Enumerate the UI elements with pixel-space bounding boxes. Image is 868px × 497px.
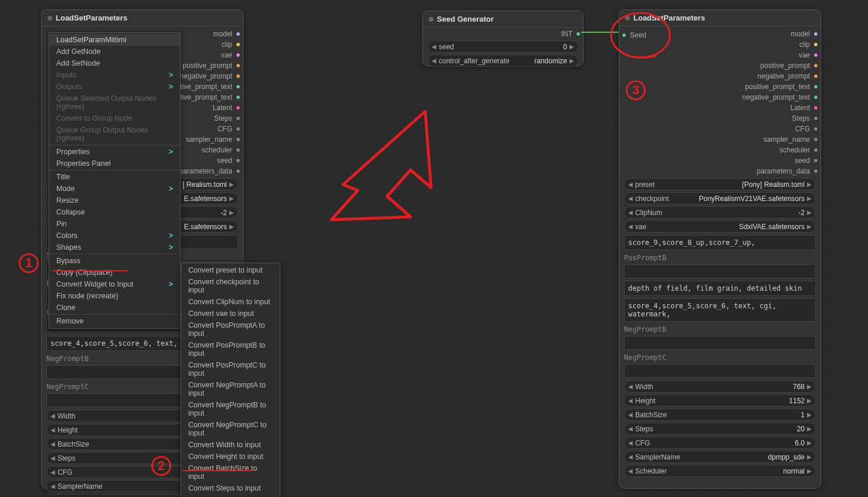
ctx-sub-convert-negpromta[interactable]: Convert NegPromptA to input [181,379,280,399]
chevron-right-icon[interactable]: ▶ [807,468,812,474]
ctx-item-title[interactable]: Title [49,171,180,183]
port-icon[interactable] [813,137,818,142]
ctx-item-bypass[interactable]: Bypass [49,255,180,267]
ctx-item-properties[interactable]: Properties> [49,146,180,158]
chevron-left-icon[interactable]: ◀ [50,441,55,447]
chevron-left-icon[interactable]: ◀ [432,57,436,64]
neg-a-text[interactable]: score_4,score_5,score_6, text, cgi, wate… [624,298,816,322]
widget-height[interactable]: ◀Height1152▶ [624,394,816,407]
port-icon[interactable] [236,32,240,36]
port-icon[interactable] [813,42,818,47]
output-scheduler[interactable]: scheduler [619,145,820,155]
ctx-item-queue-selected-output-nodes[interactable]: Queue Selected Output Nodes (rgthree) [49,93,180,113]
widget-seed[interactable]: ◀ seed 0 ▶ [428,40,578,53]
port-icon[interactable] [236,95,240,100]
port-icon[interactable] [813,84,818,89]
pos-b-text[interactable] [624,264,816,278]
output-negative-prompt-text[interactable]: negative_prompt_text [619,92,820,103]
widget-clipnum[interactable]: ◀ClipNum-2▶ [624,206,816,219]
chevron-right-icon[interactable]: ▶ [229,195,234,202]
chevron-right-icon[interactable]: ▶ [807,454,812,460]
chevron-right-icon[interactable]: ▶ [807,425,812,432]
chevron-left-icon[interactable]: ◀ [628,223,633,230]
neg-c-text[interactable] [624,364,816,378]
collapse-dot-icon[interactable] [48,16,52,21]
chevron-left-icon[interactable]: ◀ [628,383,633,390]
context-submenu-convert-widget[interactable]: Convert preset to input Convert checkpoi… [181,263,280,497]
widget-scheduler[interactable]: ◀Schedulernormal▶ [624,465,816,477]
port-icon[interactable] [236,137,240,142]
port-icon[interactable] [236,74,240,79]
chevron-left-icon[interactable]: ◀ [50,483,55,489]
chevron-left-icon[interactable]: ◀ [50,427,55,433]
ctx-item-pin[interactable]: Pin [49,218,180,230]
port-icon[interactable] [813,116,818,121]
chevron-left-icon[interactable]: ◀ [50,469,55,475]
port-icon[interactable] [236,63,240,68]
chevron-left-icon[interactable]: ◀ [628,397,633,404]
ctx-sub-convert-negpromtb[interactable]: Convert NegPromptB to input [181,399,280,419]
port-icon[interactable] [813,148,818,152]
chevron-right-icon[interactable]: ▶ [807,383,812,390]
output-parameters-data[interactable]: parameters_data [619,166,820,176]
ctx-item-inputs[interactable]: Inputs> [49,69,180,81]
ctx-item-collapse[interactable]: Collapse [49,206,180,218]
chevron-right-icon[interactable]: ▶ [807,411,812,418]
chevron-left-icon[interactable]: ◀ [50,413,55,419]
ctx-sub-convert-batchsize[interactable]: Convert BatchSize to input [181,462,280,482]
chevron-left-icon[interactable]: ◀ [50,455,55,461]
ctx-item-fix-node-recreate[interactable]: Fix node (recreate) [49,290,180,302]
widget-samplername[interactable]: ◀SamplerNamedpmpp_sde▶ [624,451,816,463]
ctx-item-queue-group-output-nodes[interactable]: Queue Group Output Nodes (rgthree) [49,124,180,144]
ctx-item-outputs[interactable]: Outputs> [49,81,180,93]
widget-preset[interactable]: ◀preset[Pony] Realism.toml▶ [624,178,816,190]
ctx-item-add-setnode[interactable]: Add SetNode [49,57,180,69]
port-icon[interactable] [236,116,240,121]
chevron-right-icon[interactable]: ▶ [569,43,574,50]
chevron-right-icon[interactable]: ▶ [807,195,812,202]
output-clip[interactable]: clip [619,39,820,50]
port-icon[interactable] [813,32,818,36]
ctx-item-add-getnode[interactable]: Add GetNode [49,46,180,57]
output-int[interactable]: INT [423,28,583,39]
chevron-left-icon[interactable]: ◀ [628,454,633,460]
ctx-item-shapes[interactable]: Shapes> [49,241,180,253]
port-icon[interactable] [813,169,818,173]
output-seed[interactable]: seed [619,155,820,166]
chevron-right-icon[interactable]: ▶ [807,440,812,446]
node-loadsetparameters-right[interactable]: LoadSetParameters Seed model clip vae po… [619,9,821,489]
chevron-left-icon[interactable]: ◀ [628,195,633,202]
port-icon[interactable] [236,42,240,47]
chevron-right-icon[interactable]: ▶ [569,57,574,64]
port-icon[interactable] [813,95,818,100]
ctx-item-properties-panel[interactable]: Properties Panel [49,158,180,169]
widget-width[interactable]: ◀Width768▶ [624,380,816,393]
neg-b-text[interactable] [624,336,816,350]
chevron-left-icon[interactable]: ◀ [628,468,633,474]
ctx-item-copy-clipspace[interactable]: Copy (Clipspace) [49,267,180,278]
port-icon[interactable] [236,53,240,57]
widget-batchsize[interactable]: ◀BatchSize1▶ [624,409,816,421]
output-sampler-name[interactable]: sampler_name [619,134,820,145]
node-header[interactable]: LoadSetParameters [42,10,243,26]
port-icon[interactable] [236,84,240,89]
port-icon[interactable] [813,74,818,79]
widget-checkpoint[interactable]: ◀checkpointPonyRealismV21VAE.safetensors… [624,192,816,205]
ctx-item-convert-to-group-node[interactable]: Convert to Group Node [49,113,180,124]
widget-steps[interactable]: ◀Steps20▶ [624,423,816,435]
input-seed[interactable]: Seed [619,30,652,40]
output-steps[interactable]: Steps [619,113,820,124]
ctx-item-convert-widget-to-input[interactable]: Convert Widget to Input> [49,278,180,290]
chevron-left-icon[interactable]: ◀ [432,43,436,50]
node-header[interactable]: LoadSetParameters [619,10,820,26]
ctx-item-mode[interactable]: Mode> [49,183,180,195]
ctx-sub-convert-preset[interactable]: Convert preset to input [181,264,280,276]
ctx-sub-convert-pospromta[interactable]: Convert PosPromptA to input [181,319,280,339]
node-seed-generator[interactable]: Seed Generator INT ◀ seed 0 ▶ ◀ control_… [422,11,584,66]
port-icon[interactable] [813,53,818,57]
widget-cfg[interactable]: ◀CFG6.0▶ [624,437,816,449]
ctx-item-resize[interactable]: Resize [49,195,180,206]
output-negative-prompt[interactable]: negative_prompt [619,71,820,81]
ctx-item-remove[interactable]: Remove [49,315,180,327]
ctx-sub-convert-pospromtb[interactable]: Convert PosPromptB to input [181,339,280,359]
